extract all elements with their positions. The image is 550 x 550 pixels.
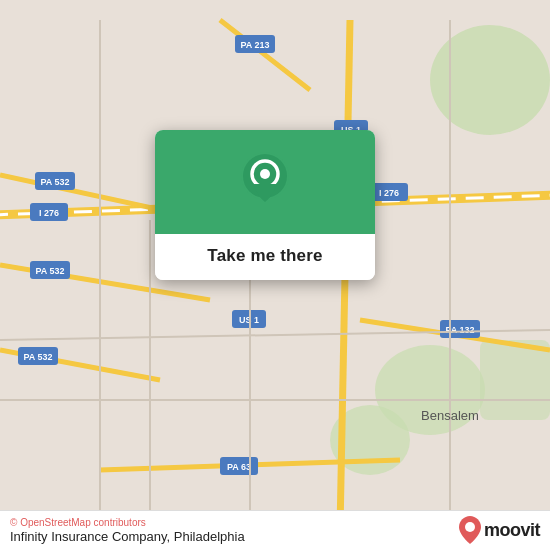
- svg-text:PA 63: PA 63: [227, 462, 251, 472]
- map-container: I 276 I 276 US 1 US 1 US 1 PA 213 PA 532…: [0, 0, 550, 550]
- moovit-logo-text: moovit: [484, 520, 540, 541]
- svg-text:I 276: I 276: [379, 188, 399, 198]
- location-pin-icon: [239, 152, 291, 214]
- svg-text:PA 532: PA 532: [23, 352, 52, 362]
- svg-text:PA 532: PA 532: [40, 177, 69, 187]
- svg-text:Bensalem: Bensalem: [421, 408, 479, 423]
- moovit-pin-icon: [459, 516, 481, 544]
- popup-header: [155, 130, 375, 234]
- moovit-logo: moovit: [459, 516, 540, 544]
- svg-point-47: [260, 169, 270, 179]
- popup-button-area[interactable]: Take me there: [155, 234, 375, 280]
- svg-text:PA 532: PA 532: [35, 266, 64, 276]
- svg-rect-4: [480, 340, 550, 420]
- svg-point-48: [465, 522, 475, 532]
- osm-credit-text: © OpenStreetMap contributors: [10, 517, 146, 528]
- take-me-there-button[interactable]: Take me there: [207, 246, 322, 266]
- popup-card: Take me there: [155, 130, 375, 280]
- svg-text:PA 213: PA 213: [240, 40, 269, 50]
- svg-point-1: [430, 25, 550, 135]
- svg-text:I 276: I 276: [39, 208, 59, 218]
